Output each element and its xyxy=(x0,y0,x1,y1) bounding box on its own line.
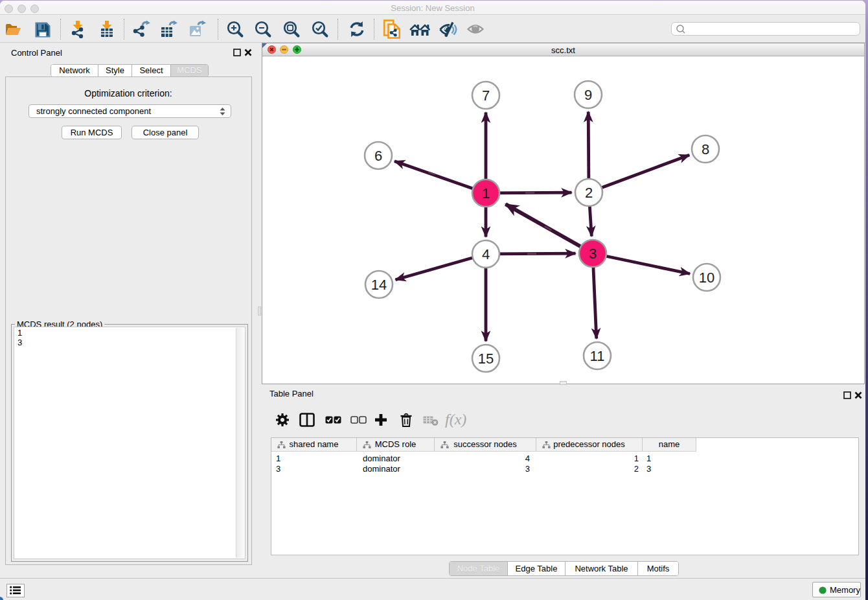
svg-text:9: 9 xyxy=(584,87,592,103)
svg-text:1: 1 xyxy=(482,185,490,202)
svg-text:8: 8 xyxy=(702,141,709,157)
svg-text:3: 3 xyxy=(589,246,597,262)
svg-text:14: 14 xyxy=(371,277,387,293)
svg-text:11: 11 xyxy=(590,348,605,364)
svg-text:10: 10 xyxy=(699,270,714,286)
svg-text:7: 7 xyxy=(482,87,490,104)
svg-text:6: 6 xyxy=(374,148,382,164)
svg-text:4: 4 xyxy=(482,246,490,262)
svg-text:2: 2 xyxy=(585,185,593,201)
svg-text:15: 15 xyxy=(478,351,494,367)
